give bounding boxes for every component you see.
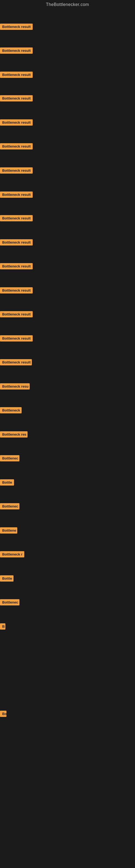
bottleneck-badge-17[interactable]: Bottleneck [0, 407, 21, 413]
bottleneck-badge-12[interactable]: Bottleneck result [0, 287, 33, 293]
bottleneck-item-15: Bottleneck result [0, 359, 32, 367]
bottleneck-item-5: Bottleneck result [0, 119, 33, 127]
bottleneck-badge-10[interactable]: Bottleneck result [0, 239, 33, 246]
bottleneck-item-14: Bottleneck result [0, 335, 33, 343]
bottleneck-item-22: Bottlene [0, 527, 17, 535]
bottleneck-badge-20[interactable]: Bottle [0, 479, 14, 486]
bottleneck-item-12: Bottleneck result [0, 287, 33, 294]
bottleneck-badge-8[interactable]: Bottleneck result [0, 191, 33, 198]
site-title: TheBottlenecker.com [0, 0, 135, 8]
bottleneck-badge-7[interactable]: Bottleneck result [0, 167, 33, 174]
bottleneck-badge-11[interactable]: Bottleneck result [0, 263, 33, 269]
bottleneck-item-7: Bottleneck result [0, 167, 33, 175]
bottleneck-badge-13[interactable]: Bottleneck result [0, 311, 33, 317]
bottleneck-item-10: Bottleneck result [0, 239, 33, 247]
bottleneck-badge-14[interactable]: Bottleneck result [0, 335, 33, 341]
bottleneck-badge-1[interactable]: Bottleneck result [0, 24, 33, 30]
bottleneck-badge-19[interactable]: Bottlenec [0, 455, 19, 461]
bottleneck-badge-6[interactable]: Bottleneck result [0, 143, 33, 150]
bottleneck-badge-2[interactable]: Bottleneck result [0, 48, 33, 54]
bottleneck-item-25: Bottlenec [0, 599, 19, 607]
bottleneck-badge-24[interactable]: Bottle [0, 575, 13, 582]
bottleneck-badge-26[interactable]: B [0, 623, 5, 629]
bottleneck-item-6: Bottleneck result [0, 143, 33, 151]
bottleneck-item-4: Bottleneck result [0, 95, 33, 102]
bottleneck-badge-25[interactable]: Bottlenec [0, 599, 19, 606]
bottleneck-item-16: Bottleneck resu [0, 383, 30, 391]
bottleneck-badge-16[interactable]: Bottleneck resu [0, 383, 30, 390]
bottleneck-item-21: Bottlenec [0, 503, 19, 510]
bottleneck-item-8: Bottleneck result [0, 191, 33, 199]
bottleneck-item-2: Bottleneck result [0, 48, 33, 55]
bottleneck-item-9: Bottleneck result [0, 215, 33, 222]
bottleneck-item-13: Bottleneck result [0, 311, 33, 318]
bottleneck-item-23: Bottleneck r [0, 551, 24, 558]
bottleneck-badge-3[interactable]: Bottleneck result [0, 72, 33, 78]
bottleneck-item-3: Bottleneck result [0, 72, 33, 79]
bottleneck-item-24: Bottle [0, 575, 13, 583]
bottleneck-item-27: Bo [0, 711, 6, 718]
bottleneck-badge-22[interactable]: Bottlene [0, 527, 17, 533]
bottleneck-item-1: Bottleneck result [0, 24, 33, 31]
bottleneck-item-19: Bottlenec [0, 455, 19, 463]
bottleneck-badge-15[interactable]: Bottleneck result [0, 359, 32, 365]
bottleneck-item-18: Bottleneck res [0, 431, 28, 439]
bottleneck-badge-4[interactable]: Bottleneck result [0, 95, 33, 101]
bottleneck-badge-21[interactable]: Bottlenec [0, 503, 19, 509]
bottleneck-badge-23[interactable]: Bottleneck r [0, 551, 24, 557]
bottleneck-item-11: Bottleneck result [0, 263, 33, 271]
bottleneck-badge-18[interactable]: Bottleneck res [0, 431, 28, 437]
bottleneck-badge-27[interactable]: Bo [0, 711, 6, 717]
bottleneck-item-26: B [0, 623, 5, 631]
bottleneck-item-17: Bottleneck [0, 407, 21, 414]
bottleneck-item-20: Bottle [0, 479, 14, 487]
bottleneck-badge-5[interactable]: Bottleneck result [0, 119, 33, 126]
bottleneck-badge-9[interactable]: Bottleneck result [0, 215, 33, 221]
